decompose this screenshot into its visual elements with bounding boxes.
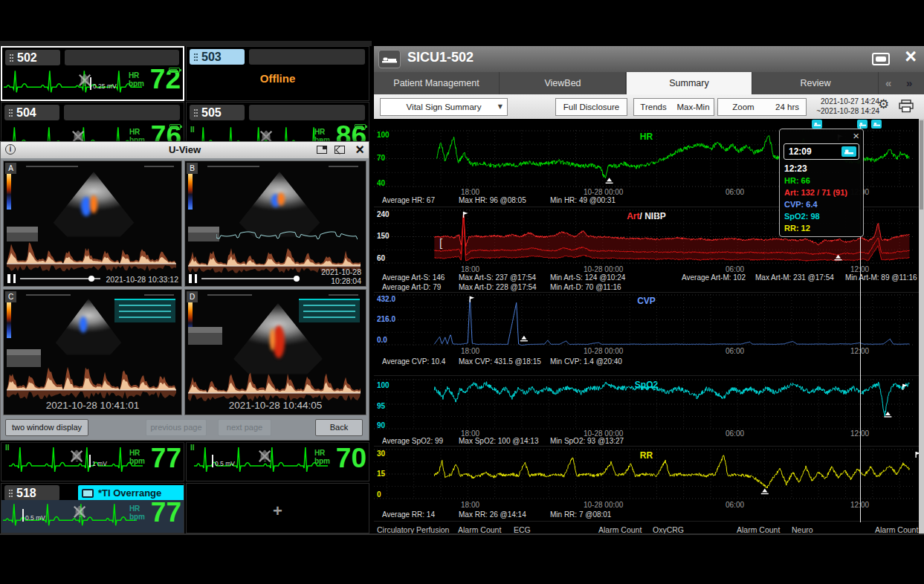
bed-label-518[interactable]: 518 <box>4 485 59 501</box>
trends-button[interactable]: Trends <box>633 98 673 116</box>
bottom-tab-alarm-count[interactable]: Alarm Count <box>598 525 642 533</box>
previous-page-button[interactable]: previous page <box>146 419 207 436</box>
pause-button[interactable] <box>189 274 197 283</box>
info-icon[interactable]: i <box>5 144 16 155</box>
patient-name-slot[interactable] <box>65 50 179 65</box>
tabs-next-arrow[interactable]: » <box>906 72 912 94</box>
add-bed-button[interactable]: + <box>187 502 369 521</box>
pause-button[interactable] <box>7 274 16 283</box>
ultrasound-panel-a[interactable]: A 2021-10-28 10:33:12 <box>3 160 182 287</box>
bed-label-505[interactable]: 505 <box>190 105 245 120</box>
view-select-value: Vital Sign Summary <box>407 103 482 111</box>
meta-text <box>144 166 174 167</box>
bed-number: 505 <box>201 106 222 120</box>
tile-header: 505 <box>187 103 369 122</box>
event-bed-marker[interactable] <box>812 120 822 129</box>
popout-icon[interactable] <box>317 146 327 154</box>
clip-progress-handle[interactable] <box>294 276 300 282</box>
measurement-box <box>114 299 175 322</box>
bottom-tab-alarm-count[interactable]: Alarm Count <box>737 525 780 533</box>
bottom-tab-oxycrg[interactable]: OxyCRG <box>653 525 684 533</box>
view-select-dropdown[interactable]: Vital Sign Summary▼ <box>380 98 508 116</box>
full-disclosure-button[interactable]: Full Disclosure <box>555 98 627 116</box>
bed-tile-518[interactable]: 518 *TI Overrange 0.5 mV HRbpm 77 <box>1 483 184 533</box>
doppler-colorbar <box>7 302 11 338</box>
event-bed-marker[interactable] <box>857 120 868 129</box>
window-titlebar[interactable]: SICU1-502 × <box>374 46 924 72</box>
spo2-trend-plot[interactable] <box>374 379 919 429</box>
alarm-off-icon <box>68 449 86 467</box>
stat: Average SpO2: 99 <box>382 437 443 445</box>
bed-tile-503[interactable]: 503 Offline <box>186 46 369 101</box>
meta-text <box>26 166 78 167</box>
bed-tile-502[interactable]: 502 0.25 mV HRbpm 72 <box>1 46 184 101</box>
bottom-tab-neuro[interactable]: Neuro <box>792 525 813 533</box>
zoom-button[interactable]: Zoom <box>717 98 769 116</box>
rr-trend-plot[interactable] <box>374 449 919 499</box>
y-tick: 90 <box>377 421 385 429</box>
patient-name-slot[interactable] <box>249 49 365 65</box>
cvp-trend-plot[interactable] <box>374 294 919 345</box>
print-icon[interactable] <box>899 100 914 113</box>
x-tick: 10-28 00:00 <box>584 501 623 509</box>
scrollbar-thumb[interactable] <box>920 120 923 210</box>
x-tick: 06:00 <box>726 429 744 438</box>
bottom-tab-alarm-count[interactable]: Alarm Count <box>458 525 501 533</box>
close-icon[interactable]: × <box>905 46 917 68</box>
close-icon[interactable]: × <box>853 129 859 142</box>
event-bed-marker[interactable] <box>871 120 882 129</box>
vertical-scrollbar[interactable] <box>919 119 924 533</box>
hr-label: HRbpm <box>129 449 145 465</box>
ultrasound-panel-c[interactable]: C 2021-10-28 10:41:01 <box>3 289 182 415</box>
bed-tile-ecg-77[interactable]: II 1 mV HRbpm 77 <box>1 442 184 481</box>
bed-icon-button[interactable] <box>378 50 401 68</box>
back-button[interactable]: Back <box>315 419 363 436</box>
cyan-trace <box>216 228 358 243</box>
clip-progress-handle[interactable] <box>88 276 94 282</box>
uview-titlebar[interactable]: i U-View × <box>1 142 369 158</box>
tab-summary[interactable]: Summary <box>627 72 752 94</box>
tab-viewbed[interactable]: ViewBed <box>500 72 626 94</box>
trend-mode-button[interactable]: Max-Min <box>673 98 714 116</box>
stat: Average CVP: 10.4 <box>382 357 445 366</box>
zoom-range-button[interactable]: 24 hrs <box>769 98 807 116</box>
clip-progress-track[interactable] <box>201 278 298 279</box>
patient-name-slot[interactable] <box>64 105 180 120</box>
bottom-tab-circulatory-perfusion[interactable]: Circulatory Perfusion <box>377 525 449 533</box>
y-tick: 240 <box>377 210 390 218</box>
ultrasound-panel-b[interactable]: B 2021-10-28 10:28:04 <box>184 160 366 287</box>
battery-icon <box>355 124 366 129</box>
bed-tile-empty[interactable]: + <box>186 483 369 533</box>
hr-value: 77 <box>151 497 181 528</box>
time-input[interactable]: 12:09 <box>784 143 859 160</box>
tab-patient-management[interactable]: Patient Management <box>374 72 500 94</box>
x-tick: 06:00 <box>726 188 744 196</box>
bed-label-503[interactable]: 503 <box>190 49 245 65</box>
alarm-screen-icon <box>82 489 94 498</box>
bed-label-502[interactable]: 502 <box>5 50 60 65</box>
x-tick: 06:00 <box>726 347 744 355</box>
tile-header: 503 <box>187 47 369 66</box>
toolbar: Vital Sign Summary▼ Full Disclosure Tren… <box>374 94 924 119</box>
stat: Max RR: 26 @14:14 <box>459 510 526 519</box>
bottom-tab-ecg[interactable]: ECG <box>514 525 531 533</box>
tabs-prev-arrow[interactable]: « <box>885 72 891 94</box>
ecg-scale-marker: 0.5 mV <box>212 455 235 467</box>
tab-review[interactable]: Review <box>753 72 879 94</box>
ecg-waveform <box>4 67 142 100</box>
bed-label-504[interactable]: 504 <box>4 105 59 120</box>
patient-name-slot[interactable] <box>249 105 365 120</box>
two-window-display-button[interactable]: two window display <box>5 419 88 436</box>
next-page-button[interactable]: next page <box>218 419 271 436</box>
stat: Max Art-D: 228 @17:54 <box>459 283 537 291</box>
bottom-tab-alarm-count[interactable]: Alarm Count <box>875 525 918 533</box>
ultrasound-panel-d[interactable]: D 2021-10-28 10:44:05 <box>184 289 366 415</box>
expand-icon[interactable] <box>335 146 345 154</box>
goto-bed-button[interactable] <box>841 146 856 157</box>
gear-icon[interactable]: ⚙ <box>878 97 889 111</box>
screen-icon[interactable] <box>872 53 890 65</box>
bed-tile-ecg-70[interactable]: II 0.5 mV HRbpm 70 <box>186 442 369 481</box>
echo-image <box>53 299 124 355</box>
close-icon[interactable]: × <box>355 141 364 158</box>
stat: Min RR: 7 @08:01 <box>550 510 611 519</box>
